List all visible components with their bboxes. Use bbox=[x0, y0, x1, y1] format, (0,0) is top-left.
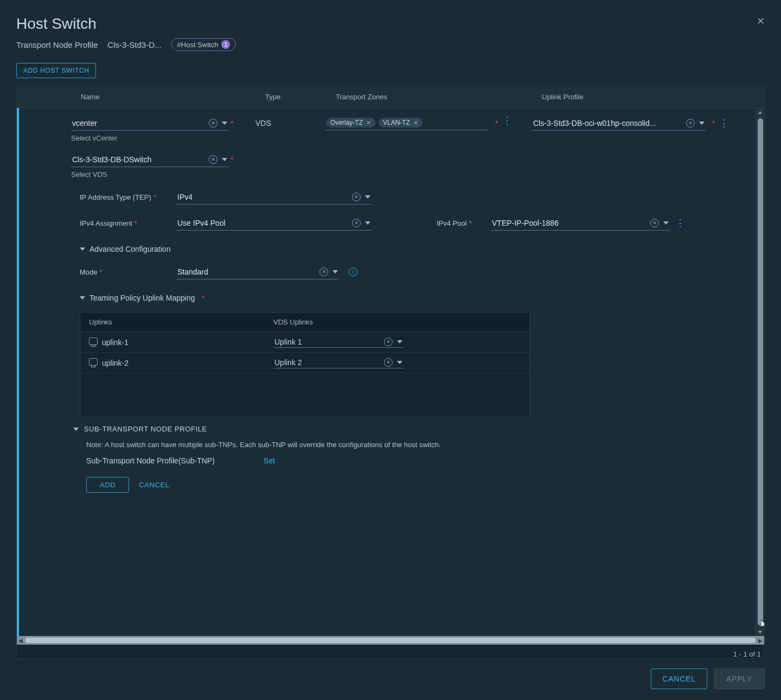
chevron-down-icon[interactable] bbox=[663, 221, 669, 225]
col-name: Name bbox=[71, 93, 255, 101]
col-type: Type bbox=[255, 93, 326, 101]
ipv4-assign-select[interactable]: Use IPv4 Pool ✕ bbox=[176, 215, 372, 231]
host-switch-grid: Name Type Transport Zones Uplink Profile… bbox=[16, 86, 765, 659]
clear-icon[interactable]: ✕ bbox=[209, 155, 217, 164]
teaming-toggle[interactable]: Teaming Policy Uplink Mapping* bbox=[80, 294, 747, 302]
ip-type-value: IPv4 bbox=[177, 193, 193, 201]
chevron-down-icon[interactable] bbox=[222, 122, 227, 125]
teaming-table: Uplinks VDS Uplinks uplink-1 Uplink 1 ✕ bbox=[80, 312, 530, 417]
vcenter-select[interactable]: ✕ bbox=[71, 116, 228, 131]
ipv4-pool-select[interactable]: VTEP-IP-Pool-1886 ✕ bbox=[491, 215, 670, 231]
mode-label: Mode bbox=[80, 268, 98, 276]
vertical-scrollbar[interactable]: ▲ ▼ bbox=[756, 108, 764, 636]
clear-icon[interactable]: ✕ bbox=[352, 219, 361, 227]
ipv4-assign-value: Use IPv4 Pool bbox=[177, 219, 226, 227]
sub-tnp-toggle[interactable]: SUB-TRANSPORT NODE PROFILE bbox=[73, 425, 756, 433]
uplink-profile-value: Cls-3-Std3-DB-oci-w01hp-consolid... bbox=[533, 119, 656, 128]
host-switch-modal: Host Switch ✕ Transport Node Profile Cls… bbox=[0, 0, 781, 700]
scroll-thumb[interactable] bbox=[25, 638, 756, 643]
col-vds-uplinks: VDS Uplinks bbox=[273, 318, 521, 326]
mouse-cursor bbox=[761, 620, 764, 629]
tz-tag[interactable]: VLAN-TZ ✕ bbox=[379, 118, 422, 128]
apply-button[interactable]: APPLY bbox=[714, 669, 765, 689]
vds-uplink-select[interactable]: Uplink 2 ✕ bbox=[273, 357, 404, 368]
ip-type-label: IP Address Type (TEP) bbox=[80, 193, 151, 201]
col-uplink: Uplink Profile bbox=[532, 93, 764, 101]
clear-icon[interactable]: ✕ bbox=[686, 119, 695, 128]
info-icon[interactable]: i bbox=[349, 268, 357, 276]
chevron-down-icon bbox=[73, 428, 79, 431]
pill-label: #Host Switch bbox=[177, 41, 219, 49]
tz-actions-icon[interactable]: ⋮ bbox=[502, 116, 511, 122]
horizontal-scrollbar[interactable]: ◀ ▶ bbox=[17, 636, 764, 645]
clear-icon[interactable]: ✕ bbox=[319, 268, 328, 276]
ip-type-select[interactable]: IPv4 ✕ bbox=[176, 189, 372, 205]
nic-icon bbox=[89, 358, 98, 366]
chevron-down-icon bbox=[80, 247, 85, 251]
breadcrumb-node[interactable]: Cls-3-Std3-D... bbox=[107, 40, 161, 49]
chevron-down-icon[interactable] bbox=[397, 361, 402, 364]
advanced-config-toggle[interactable]: Advanced Configuration bbox=[80, 245, 747, 253]
scroll-left-icon[interactable]: ◀ bbox=[17, 638, 24, 644]
sub-tnp-note: Note: A host switch can have multiple su… bbox=[73, 441, 756, 449]
cancel-button[interactable]: CANCEL bbox=[651, 669, 707, 689]
chevron-down-icon bbox=[80, 296, 85, 300]
scroll-thumb[interactable] bbox=[758, 118, 763, 626]
required-marker: * bbox=[228, 155, 233, 164]
pill-count: 1 bbox=[221, 40, 230, 49]
type-value: VDS bbox=[255, 116, 326, 179]
nic-icon bbox=[89, 338, 98, 345]
chevron-down-icon[interactable] bbox=[397, 340, 402, 343]
remove-tag-icon[interactable]: ✕ bbox=[366, 119, 371, 126]
ipv4-pool-value: VTEP-IP-Pool-1886 bbox=[492, 219, 559, 227]
required-marker: * bbox=[493, 116, 498, 128]
chevron-down-icon[interactable] bbox=[332, 270, 338, 273]
modal-title: Host Switch bbox=[16, 15, 97, 33]
breadcrumb-root[interactable]: Transport Node Profile bbox=[16, 40, 98, 49]
teaming-row: uplink-1 Uplink 1 ✕ bbox=[80, 332, 529, 353]
scroll-up-icon[interactable]: ▲ bbox=[758, 108, 763, 116]
mode-select[interactable]: Standard ✕ bbox=[176, 264, 339, 279]
chevron-down-icon[interactable] bbox=[222, 158, 227, 161]
vds-hint: Select VDS bbox=[71, 170, 239, 179]
vcenter-input[interactable] bbox=[72, 119, 209, 128]
required-marker: * bbox=[710, 119, 715, 128]
close-icon[interactable]: ✕ bbox=[757, 15, 765, 33]
sub-cancel-button[interactable]: CANCEL bbox=[139, 477, 169, 493]
pool-actions-icon[interactable]: ⋮ bbox=[675, 221, 684, 225]
grid-header: Name Type Transport Zones Uplink Profile bbox=[17, 86, 764, 108]
clear-icon[interactable]: ✕ bbox=[352, 193, 361, 201]
clear-icon[interactable]: ✕ bbox=[384, 358, 393, 367]
pager-text: 1 - 1 of 1 bbox=[17, 645, 764, 658]
chevron-down-icon[interactable] bbox=[365, 221, 370, 225]
sub-tnp-label: Sub-Transport Node Profile(Sub-TNP) bbox=[86, 456, 215, 465]
breadcrumb: Transport Node Profile Cls-3-Std3-D... #… bbox=[16, 38, 765, 51]
transport-zones-field[interactable]: Overlay-TZ ✕ VLAN-TZ ✕ bbox=[326, 116, 489, 130]
host-switch-pill[interactable]: #Host Switch 1 bbox=[171, 38, 236, 51]
ipv4-pool-label: IPv4 Pool bbox=[437, 219, 467, 227]
tz-tag[interactable]: Overlay-TZ ✕ bbox=[326, 118, 375, 128]
required-marker: * bbox=[228, 119, 233, 128]
add-host-switch-button[interactable]: ADD HOST SWITCH bbox=[16, 63, 96, 78]
clear-icon[interactable]: ✕ bbox=[384, 338, 393, 346]
mode-value: Standard bbox=[177, 268, 208, 276]
vds-uplink-select[interactable]: Uplink 1 ✕ bbox=[273, 336, 404, 348]
vds-select[interactable]: ✕ bbox=[71, 152, 228, 167]
clear-icon[interactable]: ✕ bbox=[209, 119, 217, 128]
uplink-profile-select[interactable]: Cls-3-Std3-DB-oci-w01hp-consolid... ✕ bbox=[532, 116, 706, 131]
chevron-down-icon[interactable] bbox=[699, 122, 705, 125]
ipv4-assign-label: IPv4 Assignment bbox=[80, 219, 132, 227]
sub-tnp-set-link[interactable]: Set bbox=[264, 456, 275, 465]
scroll-right-icon[interactable]: ▶ bbox=[757, 638, 764, 644]
sub-add-button[interactable]: ADD bbox=[86, 477, 129, 493]
col-uplinks: Uplinks bbox=[89, 318, 273, 326]
vcenter-hint: Select vCenter bbox=[71, 134, 239, 142]
col-tz: Transport Zones bbox=[326, 93, 532, 101]
vds-input[interactable] bbox=[72, 155, 209, 164]
remove-tag-icon[interactable]: ✕ bbox=[413, 119, 418, 126]
grid-row: ✕ * Select vCenter ✕ bbox=[17, 108, 756, 636]
clear-icon[interactable]: ✕ bbox=[650, 219, 659, 227]
chevron-down-icon[interactable] bbox=[365, 195, 370, 199]
teaming-row: uplink-2 Uplink 2 ✕ bbox=[80, 353, 529, 373]
uplink-actions-icon[interactable]: ⋮ bbox=[719, 122, 728, 125]
